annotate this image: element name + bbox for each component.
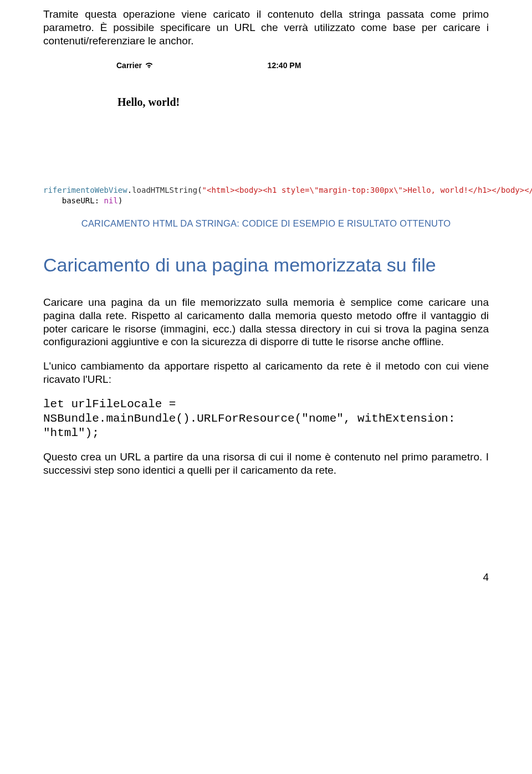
webview-body: Hello, world! [111, 73, 421, 109]
status-time: 12:40 PM [268, 61, 301, 70]
code-obj: riferimentoWebView [43, 186, 127, 194]
ios-simulator-screenshot: Carrier 12:40 PM Hello, world! [111, 58, 421, 183]
code-method: loadHTMLString [132, 186, 197, 194]
code-string: "<html><body><h1 style=\"margin-top:300p… [202, 186, 532, 194]
code-nil: nil [104, 196, 118, 205]
paragraph-3: Questo crea un URL a partire da una riso… [43, 450, 489, 477]
code-dot: . [127, 186, 132, 194]
paragraph-2: L'unico cambiamento da apportare rispett… [43, 360, 489, 386]
page-number: 4 [43, 571, 489, 583]
carrier-label: Carrier [116, 61, 142, 70]
page: Tramite questa operazione viene caricato… [0, 0, 532, 606]
section-heading: Caricamento di una pagina memorizzata su… [43, 254, 489, 276]
figure-caption: CARICAMENTO HTML DA STRINGA: CODICE DI E… [43, 218, 489, 229]
carrier-block: Carrier [116, 61, 153, 70]
status-bar: Carrier 12:40 PM [111, 58, 421, 73]
figure-block: Carrier 12:40 PM Hello, world! riferimen… [43, 58, 489, 229]
paragraph-1: Caricare una pagina da un file memorizza… [43, 296, 489, 348]
wifi-icon [145, 61, 153, 69]
code-close: ) [118, 196, 122, 205]
svg-point-0 [149, 67, 150, 68]
hello-heading: Hello, world! [117, 96, 415, 109]
code-snippet: riferimentoWebView.loadHTMLString("<html… [43, 185, 489, 206]
code-block: let urlFileLocale = NSBundle.mainBundle(… [43, 397, 489, 441]
code-open: ( [197, 186, 202, 194]
intro-paragraph: Tramite questa operazione viene caricato… [43, 8, 489, 47]
